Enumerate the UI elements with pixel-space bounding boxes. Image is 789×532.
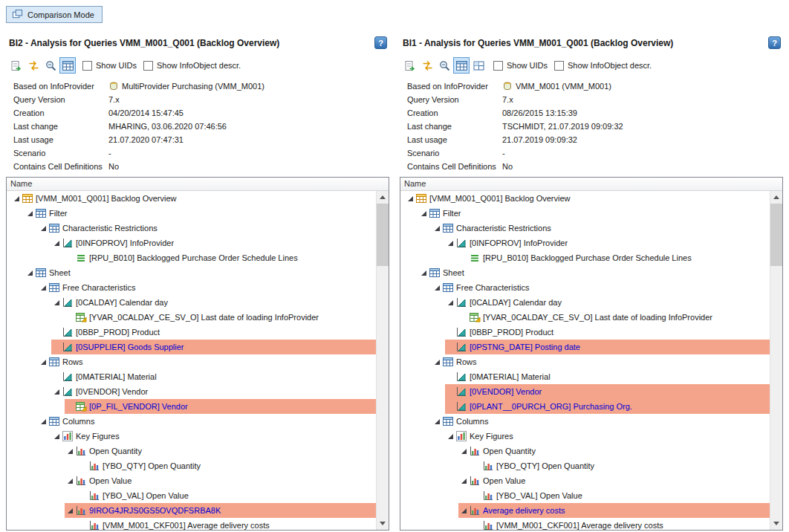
tree-row[interactable]: [0INFOPROV] InfoProvider bbox=[7, 236, 376, 250]
tree-row[interactable]: Characteristic Restrictions bbox=[7, 221, 376, 236]
table-icon[interactable] bbox=[59, 57, 76, 74]
expander-icon[interactable] bbox=[435, 419, 440, 424]
expander-icon[interactable] bbox=[448, 434, 453, 439]
tree-row[interactable]: [VMM_M001_Q001] Backlog Overview bbox=[400, 191, 770, 206]
tree-row[interactable]: [YVAR_0CALDAY_CE_SV_O] Last date of load… bbox=[400, 310, 770, 325]
tree-header-name[interactable]: Name bbox=[7, 178, 389, 191]
tree-row[interactable]: [0SUPPLIER] Goods Supplier bbox=[7, 340, 376, 354]
tree-row[interactable]: Average delivery costs bbox=[400, 503, 770, 518]
zoom-icon[interactable] bbox=[42, 57, 59, 74]
tree-row[interactable]: Columns bbox=[7, 414, 376, 429]
tree-row[interactable]: Filter bbox=[400, 206, 770, 221]
tree-row[interactable]: Open Quantity bbox=[7, 444, 376, 458]
scroll-up-icon[interactable] bbox=[377, 191, 389, 204]
refresh-icon[interactable] bbox=[8, 57, 25, 74]
tree-row[interactable]: [VMM_M001_CKF001] Average delivery costs bbox=[400, 518, 770, 530]
zoom-icon[interactable] bbox=[436, 57, 452, 74]
refresh-icon[interactable] bbox=[402, 57, 418, 74]
tree-row[interactable]: Rows bbox=[400, 354, 770, 369]
expander-icon[interactable] bbox=[54, 389, 59, 395]
tree-row[interactable]: Sheet bbox=[7, 265, 376, 280]
swap-icon[interactable] bbox=[25, 57, 42, 74]
tree-row[interactable]: Open Quantity bbox=[400, 444, 770, 458]
expander-icon[interactable] bbox=[448, 300, 453, 305]
expander-icon[interactable] bbox=[408, 196, 413, 201]
expander-icon[interactable] bbox=[54, 434, 59, 439]
tree-row[interactable]: [0MATERIAL] Material bbox=[400, 369, 770, 384]
tree-row[interactable]: [RPU_B010] Backlogged Purchase Order Sch… bbox=[400, 250, 770, 265]
tree-row[interactable]: [VMM_M001_Q001] Backlog Overview bbox=[7, 191, 376, 206]
scrollbar-thumb[interactable] bbox=[770, 204, 782, 266]
tree-row[interactable]: [YBO_QTY] Open Quantity bbox=[400, 458, 770, 473]
expander-icon[interactable] bbox=[435, 360, 440, 365]
expander-icon[interactable] bbox=[14, 196, 19, 201]
tree-row[interactable]: Filter bbox=[7, 206, 376, 221]
tree-header-name[interactable]: Name bbox=[400, 178, 782, 191]
tree-row[interactable]: Rows bbox=[7, 354, 376, 369]
expander-icon[interactable] bbox=[41, 360, 46, 365]
expander-icon[interactable] bbox=[461, 479, 467, 484]
tree-row[interactable]: [RPU_B010] Backlogged Purchase Order Sch… bbox=[7, 250, 376, 265]
tree-row[interactable]: Free Characteristics bbox=[400, 280, 770, 295]
tree-scrollbar[interactable] bbox=[376, 191, 389, 530]
expander-icon[interactable] bbox=[41, 285, 46, 291]
tree-row[interactable]: Characteristic Restrictions bbox=[400, 221, 770, 236]
tree-row[interactable]: [0P_FIL_VENDOR] Vendor bbox=[7, 399, 376, 414]
show-infoobject-checkbox[interactable] bbox=[143, 61, 153, 71]
expander-icon[interactable] bbox=[461, 508, 467, 513]
scroll-up-icon[interactable] bbox=[770, 191, 782, 204]
help-icon[interactable]: ? bbox=[768, 36, 781, 49]
help-icon[interactable]: ? bbox=[374, 36, 387, 49]
tree-row[interactable]: [0MATERIAL] Material bbox=[7, 369, 376, 384]
show-uids-checkbox[interactable] bbox=[82, 61, 92, 71]
expander-icon[interactable] bbox=[27, 211, 33, 216]
scroll-down-icon[interactable] bbox=[377, 517, 389, 530]
expander-icon[interactable] bbox=[68, 449, 73, 454]
expander-icon[interactable] bbox=[41, 419, 46, 424]
tree-row[interactable]: Key Figures bbox=[400, 429, 770, 444]
grid-icon[interactable] bbox=[470, 57, 487, 74]
tree-scrollbar[interactable] bbox=[770, 191, 782, 530]
tree-row[interactable]: [0CALDAY] Calendar day bbox=[7, 295, 376, 310]
expander-icon[interactable] bbox=[27, 270, 33, 276]
expander-icon[interactable] bbox=[435, 226, 440, 231]
table-icon[interactable] bbox=[453, 57, 470, 74]
expander-icon[interactable] bbox=[421, 211, 426, 216]
table-icon bbox=[429, 267, 441, 279]
tree-row[interactable]: [0PLANT__0PURCH_ORG] Purchasing Org. bbox=[400, 399, 770, 414]
show-infoobject-checkbox[interactable] bbox=[554, 61, 564, 71]
tree-row[interactable]: Free Characteristics bbox=[7, 280, 376, 295]
expander-icon[interactable] bbox=[54, 241, 59, 246]
tree-row[interactable]: Open Value bbox=[7, 473, 376, 488]
expander-icon[interactable] bbox=[421, 270, 426, 276]
tree-row[interactable]: [0VENDOR] Vendor bbox=[400, 384, 770, 399]
tree-row[interactable]: [0INFOPROV] InfoProvider bbox=[400, 236, 770, 250]
scroll-down-icon[interactable] bbox=[770, 517, 782, 530]
tree-row[interactable]: [YBO_VAL] Open Value bbox=[7, 488, 376, 503]
tree-row[interactable]: 9IROG4JRJS0GS5OVQDFSRBA8K bbox=[7, 503, 376, 518]
property-label: Scenario bbox=[13, 149, 108, 158]
swap-icon[interactable] bbox=[419, 57, 435, 74]
tree-row[interactable]: [YVAR_0CALDAY_CE_SV_O] Last date of load… bbox=[7, 310, 376, 325]
show-uids-checkbox[interactable] bbox=[493, 61, 503, 71]
tree-row[interactable]: [0BBP_PROD] Product bbox=[7, 325, 376, 340]
scrollbar-thumb[interactable] bbox=[377, 204, 389, 266]
expander-icon[interactable] bbox=[448, 241, 453, 246]
expander-icon[interactable] bbox=[435, 285, 440, 291]
tree-row[interactable]: [0PSTNG_DATE] Posting date bbox=[400, 340, 770, 354]
tree-row[interactable]: Columns bbox=[400, 414, 770, 429]
tree-row[interactable]: [YBO_QTY] Open Quantity bbox=[7, 458, 376, 473]
tree-row[interactable]: [0VENDOR] Vendor bbox=[7, 384, 376, 399]
tree-row[interactable]: Key Figures bbox=[7, 429, 376, 444]
tree-row[interactable]: [0BBP_PROD] Product bbox=[400, 325, 770, 340]
tree-row[interactable]: [YBO_VAL] Open Value bbox=[400, 488, 770, 503]
expander-icon[interactable] bbox=[461, 449, 467, 454]
expander-icon[interactable] bbox=[41, 226, 46, 231]
tree-row[interactable]: Open Value bbox=[400, 473, 770, 488]
tree-row[interactable]: Sheet bbox=[400, 265, 770, 280]
tree-row[interactable]: [0CALDAY] Calendar day bbox=[400, 295, 770, 310]
expander-icon[interactable] bbox=[68, 508, 73, 513]
expander-icon[interactable] bbox=[54, 300, 59, 305]
tree-row[interactable]: [VMM_M001_CKF001] Average delivery costs bbox=[7, 518, 376, 530]
expander-icon[interactable] bbox=[68, 479, 73, 484]
